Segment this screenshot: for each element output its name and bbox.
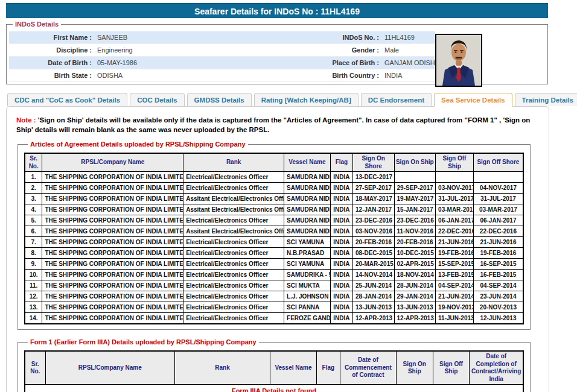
tab-gmdss-details[interactable]: GMDSS Details	[187, 93, 252, 106]
table-cell: 03-MAR-2017	[436, 204, 474, 215]
form1-legend: Form 1 (Earlier Form IIIA) Details uploa…	[28, 338, 259, 346]
table-cell: SCI MUKTA	[284, 280, 331, 291]
table-cell: 21-JUN-2016	[436, 237, 474, 248]
table-cell: 13-JUN-2013	[394, 302, 436, 313]
column-header: Date of Commencement of Contract	[340, 351, 396, 385]
table-row: 2.THE SHIPPING CORPORATION OF INDIA LIMI…	[25, 183, 523, 194]
table-cell: Electrical/Electronics Officer	[183, 270, 284, 280]
sea-service-panel: Note : 'Sign on Ship' details will be av…	[6, 106, 549, 392]
column-header: Sr. No.	[25, 351, 45, 385]
table-cell: 02-APR-2015	[394, 259, 436, 270]
tab-rating-watch-keeping-ab[interactable]: Rating [Watch Keeping/AB]	[254, 93, 359, 106]
table-cell: 14-NOV-2014	[353, 270, 395, 280]
table-cell: Assitant Electrical/Electronics Officer	[183, 226, 284, 237]
column-header: Sign On Ship	[396, 351, 433, 385]
table-cell: INDIA	[330, 313, 352, 324]
table-cell: 23-DEC-2016	[394, 215, 436, 226]
field-value: SANJEEB	[95, 34, 311, 41]
table-cell: THE SHIPPING CORPORATION OF INDIA LIMITE…	[42, 183, 183, 194]
table-cell: N.B.PRASAD	[284, 248, 331, 259]
field-value: Engineering	[95, 46, 311, 54]
table-cell: INDIA	[330, 302, 352, 313]
table-row: 8.THE SHIPPING CORPORATION OF INDIA LIMI…	[25, 248, 523, 259]
table-cell: Electrical/Electronics Officer	[183, 302, 284, 313]
table-cell: INDIA	[330, 291, 352, 302]
table-cell: INDIA	[330, 270, 352, 280]
table-cell: 11-NOV-2016	[394, 226, 436, 237]
table-cell: 04-NOV-2017	[473, 183, 523, 194]
tab-coc-details[interactable]: COC Details	[130, 93, 184, 106]
table-cell: 10-DEC-2015	[394, 248, 436, 259]
table-cell: 12-APR-2013	[394, 313, 436, 324]
table-cell: 13.	[25, 302, 42, 313]
table-cell: SAMUDRA NIDHI	[284, 215, 331, 226]
column-header: Date of Completion of Contract/Arriving …	[470, 351, 523, 385]
tab-dc-endorsement[interactable]: DC Endorsement	[361, 93, 432, 106]
table-cell: Electrical/Electronics Officer	[183, 280, 284, 291]
field-label: Birth Country :	[311, 72, 382, 79]
table-cell: 19-MAY-2017	[394, 194, 436, 204]
table-cell: 16-SEP-2015	[473, 259, 523, 270]
table-cell: 20-NOV-2013	[473, 302, 523, 313]
field-label: Birth State :	[9, 72, 95, 79]
table-cell: 15-JAN-2017	[394, 204, 436, 215]
table-cell: Electrical/Electronics Officer	[183, 291, 284, 302]
table-cell: 8.	[25, 248, 42, 259]
form1-table: Sr. No.RPSL/Company NameRankVessel NameF…	[24, 350, 524, 392]
empty-message: Form IIIA Details not found	[25, 385, 523, 392]
tab-sea-service-details[interactable]: Sea Service Details	[434, 93, 512, 107]
tab-cdc-and-coc-as-cook-details[interactable]: CDC and "CoC as Cook" Details	[7, 93, 127, 106]
form1-section: Form 1 (Earlier Form IIIA) Details uploa…	[18, 338, 531, 392]
table-cell: 03-MAR-2017	[473, 204, 523, 215]
table-cell: INDIA	[330, 172, 352, 183]
table-cell: 11-JUN-2013	[436, 313, 474, 324]
field-label: Discipline :	[9, 46, 95, 54]
column-header: Flag	[316, 351, 340, 385]
table-cell: 10.	[25, 270, 42, 280]
table-cell: Electrical/Electronics Officer	[183, 172, 284, 183]
table-cell: THE SHIPPING CORPORATION OF INDIA LIMITE…	[42, 226, 183, 237]
table-cell: 1.	[25, 172, 42, 183]
table-cell: 03-NOV-2016	[353, 226, 395, 237]
table-cell: 3.	[25, 194, 42, 204]
table-cell: 12-JUN-2013	[473, 313, 523, 324]
table-header-row: Sr. No.RPSL/Company NameRankVessel NameF…	[25, 153, 523, 172]
indos-details-grid: First Name :SANJEEBINDoS No. :11HL4169Di…	[9, 31, 435, 82]
table-cell: SAMUDRIKA - 5	[284, 270, 331, 280]
table-header-row: Sr. No.RPSL/Company NameRankVessel NameF…	[25, 351, 523, 385]
table-cell: 13-DEC-2017	[353, 172, 395, 183]
table-cell: THE SHIPPING CORPORATION OF INDIA LIMITE…	[42, 270, 183, 280]
table-cell: SCI PANNA	[284, 302, 331, 313]
table-cell: 20-FEB-2016	[353, 237, 395, 248]
table-cell: 22-DEC-2016	[436, 226, 474, 237]
column-header: Sign Off Shore	[473, 153, 523, 172]
table-cell: Electrical/Electronics Officer	[183, 313, 284, 324]
table-cell: THE SHIPPING CORPORATION OF INDIA LIMITE…	[42, 204, 183, 215]
tab-training-details[interactable]: Training Details	[515, 93, 577, 106]
table-row: 10.THE SHIPPING CORPORATION OF INDIA LIM…	[25, 270, 523, 280]
table-cell: 28-JUN-2014	[394, 280, 436, 291]
table-cell: 20-FEB-2016	[394, 237, 436, 248]
table-cell: SAMUDRA NIDHI	[284, 183, 331, 194]
table-row: 1.THE SHIPPING CORPORATION OF INDIA LIMI…	[25, 172, 523, 183]
indos-details-section: INDoS Details First Name :SANJEEBINDoS N…	[6, 21, 548, 84]
articles-legend: Articles of Agreement Details uploaded b…	[28, 141, 248, 148]
table-cell: 15-SEP-2015	[436, 259, 474, 270]
field-label: INDoS No. :	[311, 34, 382, 41]
table-cell: 18-NOV-2014	[394, 270, 436, 280]
table-cell: Electrical/Electronics Officer	[183, 183, 284, 194]
column-header: RPSL/Company Name	[45, 351, 175, 385]
table-cell	[436, 172, 474, 183]
column-header: Vessel Name	[284, 153, 331, 172]
table-cell: 04-SEP-2014	[473, 280, 523, 291]
table-cell: 22-DEC-2016	[473, 226, 523, 237]
column-header: Sign Off Ship	[433, 351, 470, 385]
indos-detail-row: Discipline :EngineeringGender :Male	[9, 44, 435, 57]
table-row: 4.THE SHIPPING CORPORATION OF INDIA LIMI…	[25, 204, 523, 215]
table-cell: 06-JAN-2017	[473, 215, 523, 226]
field-value: Male	[382, 46, 435, 54]
table-cell: THE SHIPPING CORPORATION OF INDIA LIMITE…	[42, 280, 183, 291]
column-header: RPSL/Company Name	[42, 153, 183, 172]
table-cell: 16-FEB-2015	[473, 270, 523, 280]
table-cell: 08-DEC-2015	[353, 248, 395, 259]
